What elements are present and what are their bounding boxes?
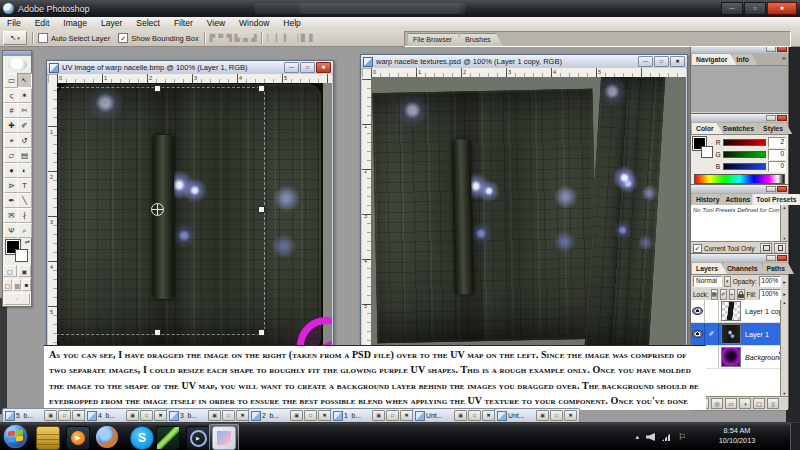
nacelle-texture-main[interactable]: [372, 89, 597, 344]
layer-thumbnail[interactable]: [721, 347, 741, 367]
opacity-value[interactable]: 100%: [759, 276, 782, 287]
media-center-app-icon[interactable]: ▶: [186, 426, 210, 450]
menu-edit[interactable]: Edit: [28, 17, 57, 30]
new-adjustment-layer-button[interactable]: ◑: [739, 398, 751, 409]
maximize-button[interactable]: □: [550, 410, 563, 421]
palette-close-button[interactable]: [777, 115, 787, 121]
standard-mode-button[interactable]: ▢: [3, 265, 17, 277]
layer-thumbnail[interactable]: [721, 301, 741, 321]
restore-button[interactable]: ▣: [208, 410, 221, 421]
quick-mask-mode-button[interactable]: ▣: [18, 265, 32, 277]
maximize-button[interactable]: □: [222, 410, 235, 421]
doc-maximize-button[interactable]: □: [654, 56, 669, 67]
palette-titlebar[interactable]: [691, 254, 788, 262]
maximize-button[interactable]: □: [744, 2, 766, 15]
start-button[interactable]: [4, 425, 27, 448]
tab-info[interactable]: Info: [732, 54, 757, 65]
doc-close-button[interactable]: ✖: [316, 62, 331, 73]
red-value[interactable]: 2: [768, 137, 786, 148]
layer-name[interactable]: Background: [742, 353, 783, 362]
current-tool-only-checkbox[interactable]: ✓: [693, 244, 702, 253]
tab-swatches[interactable]: Swatches: [719, 123, 763, 134]
scroll-down-icon[interactable]: ▾: [783, 236, 785, 241]
maximize-button[interactable]: □: [304, 410, 317, 421]
organizer-app-icon[interactable]: [36, 426, 60, 450]
transform-handle[interactable]: [258, 206, 265, 213]
document-titlebar[interactable]: UV image of warp nacelle.bmp @ 100% (Lay…: [47, 61, 333, 75]
minimized-document[interactable]: Unt... ▣ □ ✖: [412, 408, 498, 423]
standard-screen-mode-button[interactable]: ▢: [3, 279, 12, 291]
maximize-button[interactable]: □: [58, 410, 71, 421]
transform-center-point[interactable]: [151, 203, 164, 216]
tray-expand-icon[interactable]: ▴: [635, 433, 639, 441]
align-bottom-icon[interactable]: ▜: [226, 32, 231, 44]
fullscreen-mode-button[interactable]: ■: [22, 279, 31, 291]
move-tool-preview[interactable]: ↖ ▾: [3, 31, 27, 45]
red-slider[interactable]: [723, 139, 766, 146]
blend-mode-select[interactable]: Normal: [693, 276, 722, 287]
photo-viewer-app-icon[interactable]: [212, 426, 236, 450]
doc-close-button[interactable]: ✖: [670, 56, 685, 67]
tool-brush[interactable]: ✐: [17, 118, 32, 133]
menu-help[interactable]: Help: [276, 17, 307, 30]
minimized-document[interactable]: 2_b... ▣ □ ✖: [248, 408, 334, 423]
link-cell[interactable]: [705, 346, 719, 368]
tool-zoom[interactable]: ⌕: [17, 223, 32, 238]
palette-menu-button[interactable]: »: [782, 54, 786, 64]
distribute-left-icon[interactable]: ▕: [292, 32, 297, 44]
menu-view[interactable]: View: [200, 17, 232, 30]
maximize-button[interactable]: □: [468, 410, 481, 421]
minimized-document[interactable]: 1_b... ▣ □ ✖: [330, 408, 416, 423]
tool-move[interactable]: ↖: [17, 73, 32, 88]
tool-gradient[interactable]: ▤: [17, 148, 32, 163]
media-player-app-icon[interactable]: ▶: [66, 426, 90, 450]
doc-minimize-button[interactable]: —: [638, 56, 653, 67]
tool-slice[interactable]: ✂: [17, 103, 32, 118]
tab-channels[interactable]: Channels: [723, 263, 767, 274]
show-desktop-button[interactable]: [790, 423, 800, 450]
menu-filter[interactable]: Filter: [167, 17, 200, 30]
canvas-uv-map[interactable]: [57, 83, 332, 352]
close-button[interactable]: ✖: [767, 2, 797, 15]
palette-minimize-button[interactable]: [766, 255, 776, 261]
restore-button[interactable]: ▣: [290, 410, 303, 421]
taskbar-clock[interactable]: 8:54 AM 10/10/2013: [702, 426, 772, 446]
restore-button[interactable]: ▣: [372, 410, 385, 421]
opacity-slider-icon[interactable]: ▸: [783, 279, 786, 285]
lock-pixels-icon[interactable]: ✐: [720, 289, 727, 300]
color-spectrum-ramp[interactable]: [694, 174, 785, 184]
transform-handle[interactable]: [154, 329, 161, 336]
tab-brushes[interactable]: Brushes: [460, 33, 503, 46]
layer-name[interactable]: Layer 1: [742, 330, 769, 339]
menu-select[interactable]: Select: [129, 17, 167, 30]
tool-eyedropper[interactable]: ∤: [17, 208, 32, 223]
restore-button[interactable]: ▣: [126, 410, 139, 421]
layer-row[interactable]: Layer 1 copy: [691, 300, 788, 323]
layer-row-selected[interactable]: ✐ Layer 1: [691, 323, 788, 346]
auto-select-layer-checkbox[interactable]: Auto Select Layer: [38, 33, 110, 43]
lock-all-icon[interactable]: [737, 289, 745, 300]
fill-value[interactable]: 100%: [759, 289, 782, 300]
align-vertical-center-icon[interactable]: ▀: [218, 32, 223, 44]
restore-button[interactable]: ▣: [536, 410, 549, 421]
doc-maximize-button[interactable]: □: [300, 62, 315, 73]
maximize-button[interactable]: □: [386, 410, 399, 421]
tab-layers[interactable]: Layers: [692, 263, 727, 274]
distribute-bottom-icon[interactable]: ▍: [284, 32, 289, 44]
tab-color[interactable]: Color: [692, 123, 723, 134]
tool-type[interactable]: T: [17, 178, 32, 193]
minimized-document[interactable]: 4_b... ▣ □ ✖: [84, 408, 170, 423]
distribute-horizontal-center-icon[interactable]: ▊: [301, 32, 306, 44]
swap-colors-icon[interactable]: ⇄: [25, 238, 30, 245]
new-layer-button[interactable]: ▢: [753, 398, 765, 409]
blend-mode-dropdown-icon[interactable]: ▾: [724, 276, 731, 287]
app-titlebar[interactable]: Adobe Photoshop — □ ✖: [0, 0, 800, 18]
transform-handle[interactable]: [258, 329, 265, 336]
palette-minimize-button[interactable]: [766, 186, 776, 192]
menu-image[interactable]: Image: [56, 17, 94, 30]
tool-magic-wand[interactable]: ✶: [17, 88, 32, 103]
transform-handle[interactable]: [258, 85, 265, 92]
delete-layer-button[interactable]: ▯: [767, 398, 779, 409]
tool-line[interactable]: ╲: [17, 193, 32, 208]
lock-position-icon[interactable]: +: [729, 289, 735, 300]
